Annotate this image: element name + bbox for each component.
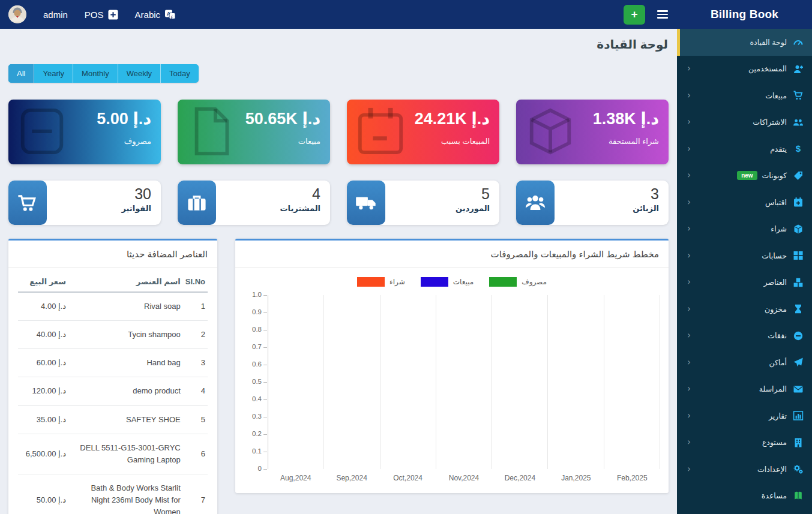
- book-icon: [793, 491, 804, 501]
- sidebar-item-settings[interactable]: الإعدادات ‹: [677, 456, 812, 483]
- nav-language[interactable]: Arabic A ع: [135, 9, 176, 20]
- user-avatar[interactable]: [8, 5, 26, 23]
- briefcase-icon: [178, 181, 216, 225]
- sidebar-item-warehouse[interactable]: مستودع ‹: [677, 429, 812, 456]
- table-row: 2 Tycin shampoo د.إ 40.00: [18, 321, 208, 349]
- bottom-row: العناصر المضافة حديثا SI.No اسم العنصر س…: [8, 239, 669, 514]
- legend-swatch-green: [489, 277, 517, 287]
- sidebar-item-messaging[interactable]: المراسلة ‹: [677, 376, 812, 403]
- filter-all-button[interactable]: All: [8, 64, 34, 83]
- chevron-left-icon: ‹: [687, 64, 691, 73]
- sidebar-item-dashboard[interactable]: لوحة القيادة: [677, 29, 812, 56]
- svg-text:ع: ع: [171, 14, 174, 19]
- sidebar-item-purchase[interactable]: شراء ‹: [677, 216, 812, 243]
- chevron-left-icon: ‹: [687, 278, 691, 287]
- filter-weekly-button[interactable]: Weekly: [118, 64, 161, 83]
- legend-swatch-blue: [421, 277, 448, 287]
- sidebar-item-label: لوحة القيادة: [750, 38, 787, 47]
- table-row: 1 Rival soap د.إ 4.00: [18, 292, 208, 321]
- page-title: لوحة القيادة: [0, 29, 677, 52]
- nav-pos-label: POS: [85, 10, 104, 20]
- filter-yearly-button[interactable]: Yearly: [34, 64, 73, 83]
- sidebar-item-subscriptions[interactable]: الاشتراكات ‹: [677, 109, 812, 136]
- stat-card-expense: د.إ 5.00 مصروف: [8, 100, 161, 164]
- table-row: 4 demo product د.إ 120.00: [18, 377, 208, 405]
- chevron-left-icon: ‹: [687, 251, 691, 260]
- menu-toggle-icon[interactable]: [655, 8, 670, 21]
- chart-plot-area: 1.0 0.9 0.8 0.7 0.6 0.5 0.4 0.3 0.2 0.1 …: [244, 295, 660, 469]
- chart-panel: مخطط شريط الشراء والمبيعات والمصروفات شر…: [235, 239, 669, 493]
- count-card-customers: 3 الزبائن: [516, 181, 669, 225]
- svg-text:$: $: [796, 143, 801, 154]
- chevron-left-icon: ‹: [687, 465, 691, 474]
- sidebar-item-quotation[interactable]: اقتباس ‹: [677, 189, 812, 216]
- chevron-left-icon: ‹: [687, 145, 691, 154]
- stat-value: د.إ 50.65K: [187, 109, 320, 129]
- stat-value: د.إ 1.38K: [526, 109, 659, 129]
- stat-label: مصروف: [18, 137, 151, 146]
- sidebar-item-users[interactable]: المستخدمين ‹: [677, 56, 812, 83]
- cube-icon: [793, 224, 804, 235]
- sidebar: لوحة القيادة المستخدمين ‹ مبيعات ‹ الاشت…: [677, 29, 812, 514]
- sidebar-item-items[interactable]: العناصر ‹: [677, 269, 812, 296]
- chevron-left-icon: ‹: [687, 331, 691, 340]
- chevron-left-icon: ‹: [687, 411, 691, 420]
- legend-item-purchase[interactable]: شراء: [357, 277, 405, 287]
- chevron-left-icon: ‹: [687, 305, 691, 314]
- bar-chart-icon: [793, 410, 804, 421]
- chevron-left-icon: ‹: [687, 358, 691, 367]
- language-icon: A ع: [164, 9, 176, 20]
- filter-monthly-button[interactable]: Monthly: [73, 64, 118, 83]
- column-header-item-name: اسم العنصر: [68, 270, 183, 292]
- nav-user[interactable]: admin: [43, 10, 68, 20]
- quick-add-button[interactable]: +: [624, 5, 645, 25]
- stat-card-sales-due: د.إ 24.21K المبيعات بسبب: [347, 100, 499, 164]
- gears-icon: [793, 464, 804, 474]
- cubes-icon: [793, 277, 804, 288]
- plus-square-icon: [108, 10, 118, 20]
- stat-card-sales: د.إ 50.65K مبيعات: [178, 100, 330, 164]
- stat-label: شراء المستحقة: [526, 137, 659, 146]
- sidebar-item-stock[interactable]: مخزون ‹: [677, 296, 812, 323]
- chart-x-axis-labels: Aug,2024 Sep,2024 Oct,2024 Nov,2024 Dec,…: [268, 474, 660, 493]
- dollar-icon: $: [793, 143, 804, 154]
- paper-plane-icon: [793, 357, 804, 368]
- hourglass-icon: [793, 303, 804, 314]
- count-cards-row: 30 الفواتير 4 المشتريات 5 الموردين 3 الز…: [8, 181, 669, 225]
- sidebar-item-accounts[interactable]: حسابات ‹: [677, 242, 812, 269]
- nav-language-label: Arabic: [135, 10, 161, 20]
- envelope-icon: [793, 384, 804, 395]
- cart-icon: [8, 181, 47, 225]
- stat-label: مبيعات: [187, 137, 320, 146]
- nav-user-label: admin: [43, 10, 68, 20]
- table-row: 3 Hand bag د.إ 60.00: [18, 349, 208, 377]
- sidebar-item-reports[interactable]: تقارير ‹: [677, 402, 812, 429]
- chart-legend: شراء مبيعات مصروف: [235, 277, 669, 287]
- customers-icon: [516, 181, 555, 225]
- chevron-left-icon: ‹: [687, 384, 691, 393]
- chevron-left-icon: ‹: [687, 118, 691, 127]
- table-row: 7 Bath & Body Works Starlit Night 236ml …: [18, 474, 208, 514]
- table-row: 6 DELL 5511-G15-3001-GRYC Gaming Laptop …: [18, 434, 208, 474]
- column-header-sale-price: سعر البيع: [18, 270, 68, 292]
- recent-items-panel: العناصر المضافة حديثا SI.No اسم العنصر س…: [8, 239, 217, 514]
- count-card-purchases: 4 المشتريات: [178, 181, 330, 225]
- recent-items-table: SI.No اسم العنصر سعر البيع 1 Rival soap …: [18, 270, 208, 514]
- top-navbar: admin POS Arabic A ع + Billing Book: [0, 0, 812, 29]
- tag-icon: [793, 170, 804, 181]
- sidebar-item-places[interactable]: أماكن ‹: [677, 349, 812, 376]
- sidebar-item-advance[interactable]: $ يتقدم ‹: [677, 136, 812, 163]
- chevron-left-icon: ‹: [687, 91, 691, 100]
- sidebar-item-expenses[interactable]: نفقات ‹: [677, 323, 812, 350]
- legend-item-expense[interactable]: مصروف: [489, 277, 547, 287]
- recent-items-title: العناصر المضافة حديثا: [8, 241, 217, 267]
- filter-today-button[interactable]: Today: [161, 64, 199, 83]
- cart-icon: [793, 90, 804, 101]
- grid-icon: [793, 250, 804, 261]
- sidebar-item-sales[interactable]: مبيعات ‹: [677, 82, 812, 109]
- sidebar-item-coupons[interactable]: كوبونات new ‹: [677, 163, 812, 190]
- chevron-left-icon: ‹: [687, 198, 691, 207]
- nav-pos[interactable]: POS: [85, 10, 118, 20]
- legend-item-sales[interactable]: مبيعات: [421, 277, 474, 287]
- sidebar-item-help[interactable]: مساعدة: [677, 483, 812, 510]
